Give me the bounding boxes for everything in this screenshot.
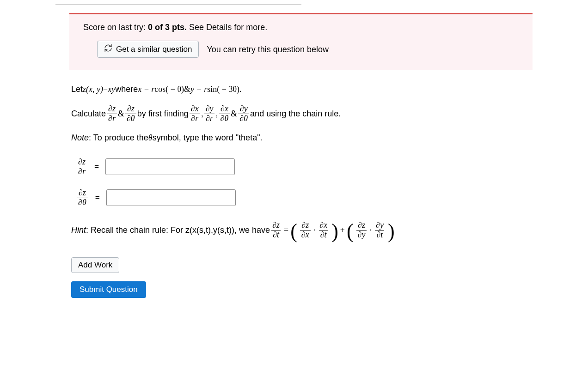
- amp2: &: [118, 107, 124, 121]
- label-dz-dr: ∂z ∂r: [77, 158, 87, 176]
- score-box: Score on last try: 0 of 3 pts. See Detai…: [69, 13, 533, 70]
- hint-line: Hint : Recall the chain rule: For z(x(s,…: [71, 221, 531, 240]
- num: ∂y: [374, 221, 385, 230]
- score-line: Score on last try: 0 of 3 pts. See Detai…: [83, 23, 519, 32]
- frac-dz-dx: ∂z ∂x: [300, 221, 311, 240]
- num: ∂z: [107, 104, 117, 114]
- similar-question-label: Get a similar question: [116, 45, 192, 54]
- frac-dx-dt: ∂x ∂t: [318, 221, 329, 240]
- num: ∂z: [300, 221, 310, 230]
- text-by-first: by first finding: [137, 107, 189, 121]
- num: ∂z: [356, 221, 367, 230]
- problem-line-2: Calculate ∂z ∂r & ∂z ∂θ by first finding…: [71, 104, 531, 123]
- amp3: &: [231, 107, 237, 121]
- frac-dy-dtheta: ∂y ∂θ: [238, 104, 249, 123]
- dot2: ·: [369, 224, 372, 237]
- text-and-using: and using the chain rule.: [250, 107, 341, 121]
- note-label: Note: [71, 131, 89, 145]
- den: ∂t: [271, 230, 281, 240]
- den: ∂y: [356, 230, 367, 240]
- frac-dz-dy: ∂z ∂y: [356, 221, 367, 240]
- frac-dy-dt: ∂y ∂t: [374, 221, 385, 240]
- comma1: ,: [201, 107, 203, 121]
- eq: =: [95, 191, 100, 205]
- x-eq-r: x = r: [138, 83, 154, 96]
- eq: =: [284, 224, 288, 237]
- den: ∂r: [190, 114, 200, 123]
- num: ∂z: [77, 158, 87, 167]
- question-body: Let z(x, y) = xy where x = r cos ( − θ) …: [69, 83, 533, 298]
- frac-dx-dtheta: ∂x ∂θ: [219, 104, 230, 123]
- num: ∂y: [204, 104, 215, 114]
- retry-icon: [104, 44, 112, 55]
- problem-line-1: Let z(x, y) = xy where x = r cos ( − θ) …: [71, 83, 531, 96]
- answer-row-1: ∂z ∂r =: [76, 158, 531, 176]
- answer-row-2: ∂z ∂θ =: [76, 188, 531, 207]
- comma2: ,: [216, 107, 218, 121]
- frac-dx-dr: ∂x ∂r: [190, 104, 200, 123]
- chain-rule-math: ∂z ∂t = ( ∂z ∂x · ∂x ∂t ) + ( ∂z ∂y ·: [270, 221, 394, 240]
- submit-question-button[interactable]: Submit Question: [71, 281, 146, 298]
- similar-question-button[interactable]: Get a similar question: [97, 41, 199, 58]
- amp1: &: [184, 83, 190, 96]
- frac-dy-dr: ∂y ∂r: [204, 104, 215, 123]
- num: ∂y: [239, 104, 249, 114]
- den: ∂θ: [77, 198, 88, 207]
- sin: sin: [207, 83, 217, 96]
- dot1: ·: [313, 224, 316, 237]
- hint-label: Hint: [71, 224, 86, 237]
- note-text2: symbol, type the word "theta".: [153, 131, 263, 145]
- frac-dz-dtheta: ∂z ∂θ: [125, 104, 136, 123]
- note-text: : To produce the: [89, 131, 148, 145]
- num: ∂x: [318, 221, 329, 230]
- input-dz-dr[interactable]: [105, 158, 235, 175]
- score-prefix: Score on last try:: [83, 23, 148, 32]
- label-dz-dtheta: ∂z ∂θ: [77, 188, 88, 207]
- den: ∂x: [300, 230, 311, 240]
- num: ∂z: [271, 221, 281, 230]
- retry-text: You can retry this question below: [207, 45, 329, 54]
- plus: +: [340, 224, 345, 237]
- den: ∂r: [107, 114, 117, 123]
- num: ∂z: [77, 188, 87, 198]
- num: ∂x: [219, 104, 230, 114]
- math-z-xy: z(x, y): [83, 83, 103, 96]
- math-xy: xy: [108, 83, 115, 96]
- den: ∂r: [77, 167, 87, 176]
- num: ∂z: [126, 104, 136, 114]
- cos-arg: ( − θ): [165, 83, 184, 96]
- eq: =: [103, 83, 108, 96]
- den: ∂θ: [219, 114, 230, 123]
- den: ∂r: [204, 114, 214, 123]
- text-let: Let: [71, 83, 83, 96]
- theta-symbol: θ: [148, 131, 153, 145]
- sin-arg: ( − 3θ).: [217, 83, 241, 96]
- frac-dz-dr: ∂z ∂r: [107, 104, 117, 123]
- retry-row: Get a similar question You can retry thi…: [83, 41, 519, 58]
- den: ∂t: [375, 230, 384, 240]
- frac-dz-dt: ∂z ∂t: [271, 221, 281, 240]
- cos: cos: [154, 83, 165, 96]
- input-dz-dtheta[interactable]: [106, 189, 236, 206]
- score-value: 0 of 3 pts.: [148, 23, 187, 32]
- num: ∂x: [190, 104, 200, 114]
- toolbar-divider: [55, 0, 301, 5]
- den: ∂θ: [238, 114, 249, 123]
- hint-text: : Recall the chain rule: For z(x(s,t),y(…: [86, 224, 270, 237]
- den: ∂t: [319, 230, 328, 240]
- eq: =: [94, 160, 99, 174]
- den: ∂θ: [125, 114, 136, 123]
- note-line: Note : To produce the θ symbol, type the…: [71, 131, 531, 145]
- add-work-button[interactable]: Add Work: [71, 257, 119, 273]
- text-calculate: Calculate: [71, 107, 106, 121]
- y-eq-r: y = r: [190, 83, 207, 96]
- text-where: where: [115, 83, 138, 96]
- score-suffix: See Details for more.: [187, 23, 267, 32]
